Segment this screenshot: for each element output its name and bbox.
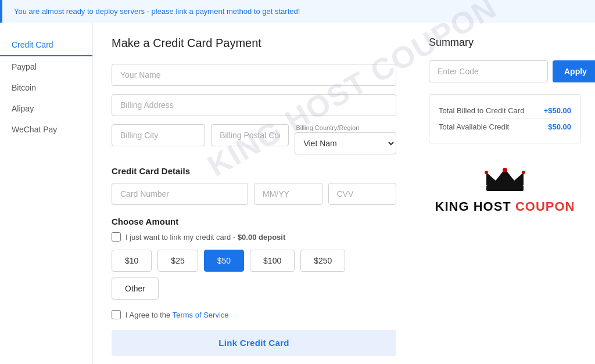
choose-amount-title: Choose Amount	[112, 217, 396, 226]
terms-label: I Agree to the Terms of Service	[126, 311, 229, 319]
link-only-label: I just want to link my credit card - $0.…	[126, 233, 285, 242]
amount-btn-other[interactable]: Other	[112, 277, 159, 300]
terms-row: I Agree to the Terms of Service	[112, 310, 396, 319]
billing-postal-group	[211, 124, 289, 154]
summary-credit-label: Total Available Credit	[439, 122, 509, 131]
main-content: KING HOST COUPON Make a Credit Card Paym…	[93, 23, 415, 364]
svg-point-4	[522, 171, 525, 174]
card-number-input[interactable]	[112, 183, 248, 205]
page-title: Make a Credit Card Payment	[112, 37, 396, 50]
coupon-row: Apply	[429, 60, 581, 82]
sidebar: Credit Card Paypal Bitcoin Alipay WeChat…	[0, 23, 93, 364]
svg-point-3	[485, 171, 488, 174]
billing-country-group: Billing Country/Region Viet Nam United S…	[295, 124, 396, 154]
sidebar-item-credit-card[interactable]: Credit Card	[0, 34, 92, 56]
logo-king: KING	[435, 199, 474, 214]
name-field-group	[112, 64, 396, 86]
summary-billed-label: Total Billed to Credit Card	[439, 106, 524, 115]
summary-row-credit: Total Available Credit $50.00	[439, 119, 571, 135]
terms-link[interactable]: Terms of Service	[173, 311, 229, 319]
card-expiry-group	[254, 183, 322, 205]
summary-row-billed: Total Billed to Credit Card +$50.00	[439, 103, 571, 119]
svg-point-2	[503, 168, 507, 172]
sidebar-item-alipay[interactable]: Alipay	[0, 98, 92, 119]
country-wrapper: Billing Country/Region Viet Nam United S…	[295, 124, 396, 154]
amount-buttons-group: $10 $25 $50 $100 $250 Other	[112, 250, 396, 300]
logo-coupon: COUPON	[515, 199, 575, 214]
link-only-checkbox[interactable]	[112, 232, 121, 242]
svg-rect-5	[486, 186, 524, 190]
logo-host: HOST	[474, 199, 515, 214]
billing-city-group	[112, 124, 205, 154]
billing-address-input[interactable]	[112, 94, 396, 116]
sidebar-item-wechat[interactable]: WeChat Pay	[0, 119, 92, 140]
summary-title: Summary	[429, 37, 581, 49]
terms-checkbox[interactable]	[112, 310, 121, 319]
billing-postal-input[interactable]	[211, 124, 289, 146]
card-inputs-row	[112, 183, 396, 205]
card-cvv-input[interactable]	[328, 183, 397, 205]
logo-text: KING HOST COUPON	[429, 199, 581, 214]
card-number-group	[112, 183, 248, 205]
summary-billed-value: +$50.00	[544, 106, 571, 115]
card-details-title: Credit Card Details	[112, 166, 396, 176]
coupon-input[interactable]	[429, 60, 548, 82]
country-select[interactable]: Viet Nam United States United Kingdom Si…	[295, 132, 396, 154]
location-row: Billing Country/Region Viet Nam United S…	[112, 124, 396, 154]
link-only-row: I just want to link my credit card - $0.…	[112, 232, 396, 242]
logo-area: KING HOST COUPON	[429, 167, 581, 214]
amount-btn-250[interactable]: $250	[300, 250, 345, 272]
summary-box: Total Billed to Credit Card +$50.00 Tota…	[429, 94, 581, 143]
amount-btn-100[interactable]: $100	[250, 250, 295, 272]
sidebar-item-bitcoin[interactable]: Bitcoin	[0, 77, 92, 98]
alert-message: You are almost ready to deploy servers -…	[14, 7, 300, 16]
billing-address-group	[112, 94, 396, 116]
amount-btn-50[interactable]: $50	[204, 250, 244, 272]
right-panel: Summary Apply Total Billed to Credit Car…	[415, 23, 595, 364]
crown-icon	[482, 167, 528, 196]
alert-bar: You are almost ready to deploy servers -…	[0, 0, 595, 23]
summary-credit-value: $50.00	[548, 122, 571, 131]
card-cvv-group	[328, 183, 397, 205]
submit-button[interactable]: Link Credit Card	[112, 330, 396, 356]
card-expiry-input[interactable]	[254, 183, 322, 205]
billing-city-input[interactable]	[112, 124, 205, 146]
your-name-input[interactable]	[112, 64, 396, 86]
apply-button[interactable]: Apply	[553, 60, 595, 82]
country-label: Billing Country/Region	[295, 124, 396, 131]
amount-btn-25[interactable]: $25	[157, 250, 198, 272]
amount-btn-10[interactable]: $10	[112, 250, 152, 272]
sidebar-item-paypal[interactable]: Paypal	[0, 56, 92, 77]
